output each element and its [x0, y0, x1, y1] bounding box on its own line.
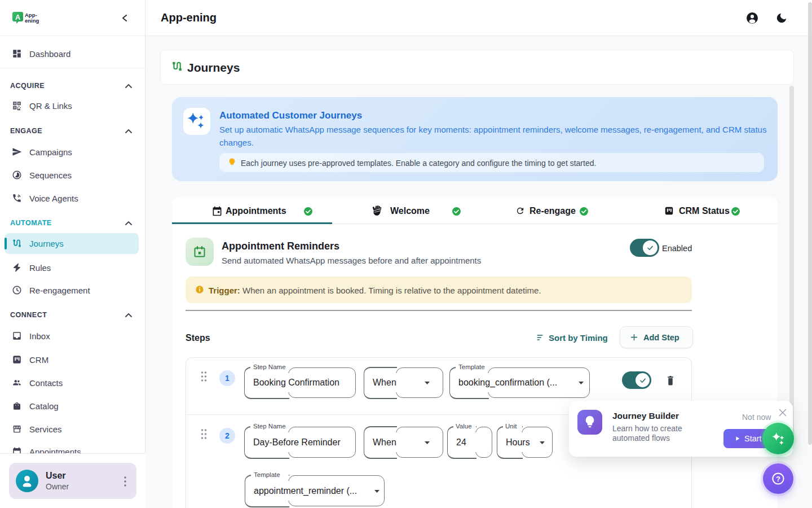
svg-text:A: A: [15, 14, 20, 21]
svg-text:?: ?: [776, 475, 780, 483]
